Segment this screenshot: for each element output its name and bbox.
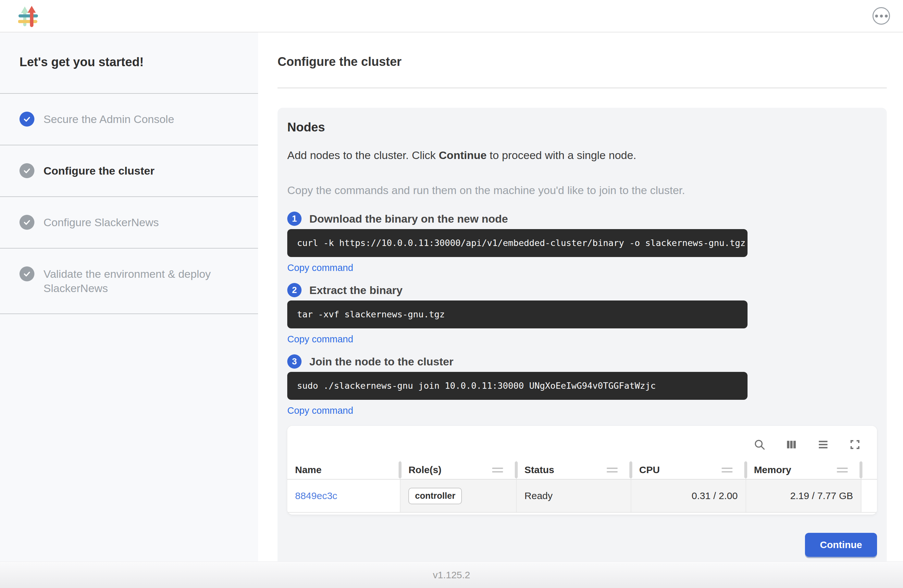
step-1-title: Download the binary on the new node [309, 212, 508, 225]
ellipsis-icon [875, 14, 878, 17]
node-status-cell: Ready [517, 480, 631, 512]
sidebar-item-configure-cluster[interactable]: Configure the cluster [0, 145, 258, 197]
column-separator[interactable] [859, 461, 862, 478]
sidebar-item-secure-admin-console[interactable]: Secure the Admin Console [0, 94, 258, 145]
column-menu-icon[interactable] [607, 468, 618, 472]
step-3-heading: 3 Join the node to the cluster [287, 354, 877, 369]
step-3-title: Join the node to the cluster [309, 355, 453, 368]
table-toolbar [287, 426, 877, 461]
footer: v1.125.2 [0, 561, 903, 588]
column-separator[interactable] [399, 461, 401, 478]
title-divider [277, 88, 887, 88]
column-header-filler [861, 461, 877, 479]
main-content: Configure the cluster Nodes Add nodes to… [258, 33, 903, 561]
columns-icon[interactable] [785, 438, 798, 451]
slackernews-logo-icon [18, 5, 38, 27]
step-1-copy-command-link[interactable]: Copy command [287, 262, 353, 273]
node-memory-cell: 2.19 / 7.77 GB [746, 480, 861, 512]
column-menu-icon[interactable] [492, 468, 503, 472]
copy-commands-hint: Copy the commands and run them on the ma… [287, 183, 877, 197]
sidebar-item-label: Secure the Admin Console [44, 112, 174, 126]
column-header-cpu[interactable]: CPU [631, 461, 746, 479]
fullscreen-icon[interactable] [848, 438, 861, 451]
sidebar-item-label: Configure SlackerNews [44, 215, 159, 230]
step-1-command-codeblock: curl -k https://10.0.0.11:30000/api/v1/e… [287, 229, 747, 257]
sidebar-item-configure-slackernews[interactable]: Configure SlackerNews [0, 197, 258, 248]
sidebar-item-label: Configure the cluster [44, 164, 154, 178]
step-2-badge: 2 [287, 283, 302, 297]
step-2-heading: 2 Extract the binary [287, 283, 877, 297]
column-header-roles[interactable]: Role(s) [401, 461, 516, 479]
check-circle-complete-icon [19, 112, 35, 127]
role-chip: controller [408, 488, 462, 504]
row-filler-cell [861, 480, 877, 512]
setup-sidebar: Let's get you started! Secure the Admin … [0, 33, 258, 561]
column-header-status[interactable]: Status [517, 461, 631, 479]
node-roles-cell: controller [401, 480, 516, 512]
check-circle-icon [19, 215, 35, 230]
top-navbar [0, 0, 903, 33]
step-3-copy-command-link[interactable]: Copy command [287, 405, 353, 416]
sidebar-item-label: Validate the environment & deploy Slacke… [44, 267, 238, 295]
nodes-intro: Add nodes to the cluster. Click Continue… [287, 148, 877, 162]
sidebar-title: Let's get you started! [0, 33, 258, 94]
node-name-cell: 8849ec3c [287, 480, 401, 512]
column-separator[interactable] [515, 461, 518, 478]
step-1-badge: 1 [287, 212, 302, 226]
search-icon[interactable] [753, 438, 766, 451]
nodes-heading: Nodes [287, 119, 877, 135]
more-options-button[interactable] [873, 7, 890, 25]
density-icon[interactable] [816, 438, 830, 451]
table-header-row: Name Role(s) Status [287, 461, 877, 480]
nodes-table-card: Name Role(s) Status [287, 426, 877, 515]
nodes-card: Nodes Add nodes to the cluster. Click Co… [277, 108, 887, 566]
step-2-copy-command-link[interactable]: Copy command [287, 333, 353, 344]
step-2-command-codeblock: tar -xvf slackernews-gnu.tgz [287, 300, 747, 329]
column-menu-icon[interactable] [837, 468, 848, 472]
column-header-memory[interactable]: Memory [746, 461, 861, 479]
column-header-name[interactable]: Name [287, 461, 401, 479]
page-title: Configure the cluster [277, 54, 887, 69]
column-menu-icon[interactable] [722, 468, 733, 472]
column-separator[interactable] [744, 461, 747, 478]
node-name-link[interactable]: 8849ec3c [295, 491, 337, 502]
check-circle-icon [19, 163, 35, 178]
check-circle-icon [19, 266, 35, 281]
column-separator[interactable] [629, 461, 632, 478]
continue-keyword: Continue [439, 149, 486, 161]
sidebar-item-validate-deploy[interactable]: Validate the environment & deploy Slacke… [0, 248, 258, 314]
step-2-title: Extract the binary [309, 284, 403, 297]
step-1-heading: 1 Download the binary on the new node [287, 212, 877, 226]
page: Let's get you started! Secure the Admin … [0, 0, 903, 588]
node-cpu-cell: 0.31 / 2.00 [631, 480, 746, 512]
table-row: 8849ec3c controller Ready 0.31 / 2.00 2.… [287, 480, 877, 513]
step-3-badge: 3 [287, 354, 302, 369]
step-3-command-codeblock: sudo ./slackernews-gnu join 10.0.0.11:30… [287, 372, 747, 400]
version-label: v1.125.2 [433, 569, 470, 580]
continue-button[interactable]: Continue [805, 533, 877, 557]
